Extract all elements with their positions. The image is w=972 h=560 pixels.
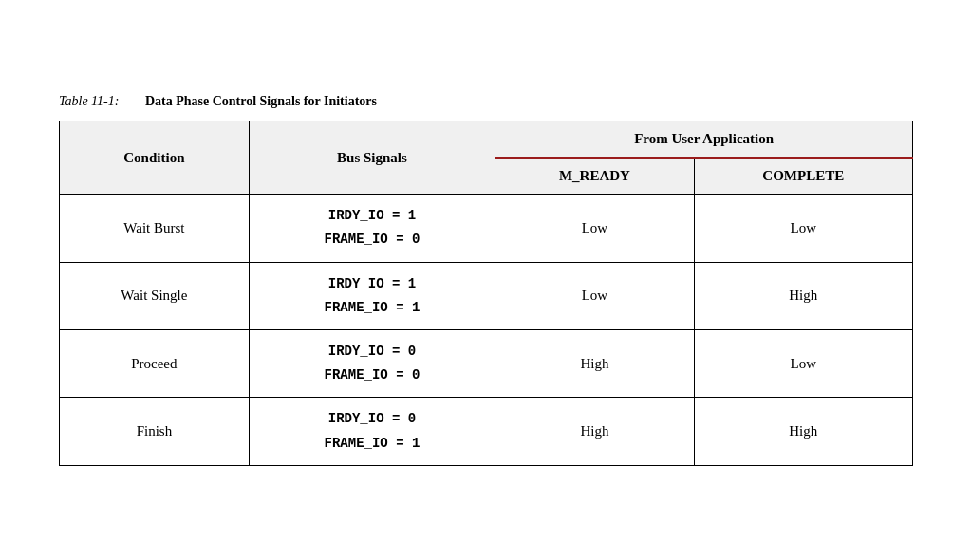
data-table: Condition Bus Signals From User Applicat… bbox=[59, 121, 913, 466]
header-bus-signals: Bus Signals bbox=[249, 121, 495, 195]
table-row: Wait BurstIRDY_IO = 1FRAME_IO = 0LowLow bbox=[60, 195, 913, 262]
cell-condition: Finish bbox=[60, 398, 250, 465]
cell-complete: High bbox=[694, 262, 912, 329]
cell-m-ready: High bbox=[495, 330, 694, 398]
header-from-user-app: From User Application bbox=[495, 121, 913, 159]
cell-complete: Low bbox=[694, 195, 912, 262]
header-complete: COMPLETE bbox=[694, 158, 912, 195]
cell-bus-signals: IRDY_IO = 0FRAME_IO = 1 bbox=[249, 398, 495, 465]
header-m-ready: M_READY bbox=[495, 158, 694, 195]
cell-complete: High bbox=[694, 398, 912, 465]
table-body: Wait BurstIRDY_IO = 1FRAME_IO = 0LowLowW… bbox=[60, 195, 913, 466]
table-label: Table 11-1: bbox=[59, 94, 119, 108]
cell-complete: Low bbox=[694, 330, 912, 398]
table-row: FinishIRDY_IO = 0FRAME_IO = 1HighHigh bbox=[60, 398, 913, 465]
cell-condition: Proceed bbox=[60, 330, 250, 398]
table-row: Wait SingleIRDY_IO = 1FRAME_IO = 1LowHig… bbox=[60, 262, 913, 329]
cell-bus-signals: IRDY_IO = 0FRAME_IO = 0 bbox=[249, 330, 495, 398]
header-condition: Condition bbox=[60, 121, 250, 195]
cell-m-ready: Low bbox=[495, 262, 694, 329]
cell-m-ready: High bbox=[495, 398, 694, 465]
cell-m-ready: Low bbox=[495, 195, 694, 262]
table-title: Data Phase Control Signals for Initiator… bbox=[145, 94, 377, 108]
table-row: ProceedIRDY_IO = 0FRAME_IO = 0HighLow bbox=[60, 330, 913, 398]
table-caption: Table 11-1: Data Phase Control Signals f… bbox=[59, 94, 913, 109]
cell-bus-signals: IRDY_IO = 1FRAME_IO = 0 bbox=[249, 195, 495, 262]
top-header-row: Condition Bus Signals From User Applicat… bbox=[60, 121, 913, 159]
cell-condition: Wait Single bbox=[60, 262, 250, 329]
cell-bus-signals: IRDY_IO = 1FRAME_IO = 1 bbox=[249, 262, 495, 329]
cell-condition: Wait Burst bbox=[60, 195, 250, 262]
page-container: Table 11-1: Data Phase Control Signals f… bbox=[30, 75, 942, 485]
